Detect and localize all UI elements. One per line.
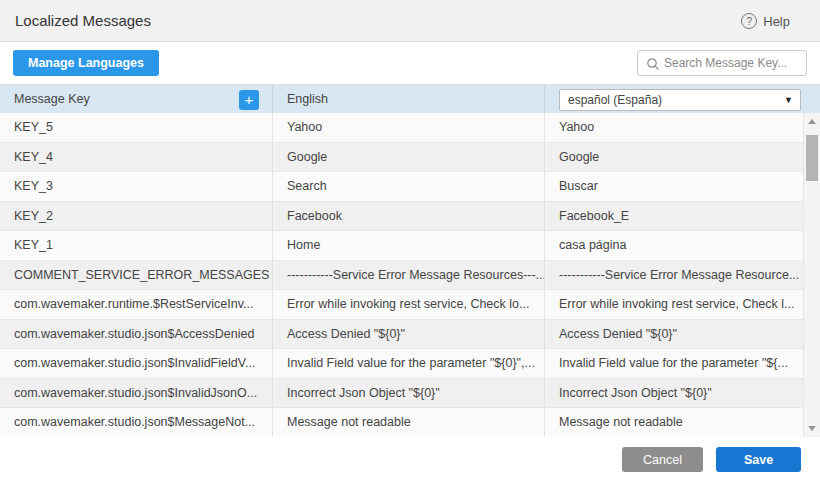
language-select-value: español (España) [568, 93, 662, 107]
cell-key[interactable]: com.wavemaker.studio.json$InvalidFieldV.… [0, 349, 272, 379]
cell-key[interactable]: com.wavemaker.studio.json$AccessDenied [0, 320, 272, 350]
cell-spanish[interactable]: Access Denied "${0}" [544, 320, 803, 350]
help-label: Help [763, 14, 790, 29]
cell-spanish[interactable]: Error while invoking rest service, Check… [544, 290, 803, 320]
table-row: COMMENT_SERVICE_ERROR_MESSAGES----------… [0, 261, 803, 291]
cell-spanish[interactable]: Message not readable [544, 408, 803, 437]
title-bar: Localized Messages ? Help [0, 0, 820, 42]
table-row: KEY_3SearchBuscar [0, 172, 803, 202]
scrollbar-up-icon[interactable] [804, 113, 820, 130]
cell-spanish[interactable]: Google [544, 143, 803, 173]
cell-english[interactable]: Yahoo [272, 113, 544, 143]
cell-spanish[interactable]: Invalid Field value for the parameter "$… [544, 349, 803, 379]
cell-english[interactable]: Facebook [272, 202, 544, 232]
cell-spanish[interactable]: casa página [544, 231, 803, 261]
table-row: com.wavemaker.studio.json$InvalidFieldV.… [0, 349, 803, 379]
cell-key[interactable]: com.wavemaker.runtime.$RestServiceInv... [0, 290, 272, 320]
question-circle-icon: ? [741, 13, 757, 29]
cell-key[interactable]: com.wavemaker.studio.json$MessageNot... [0, 408, 272, 437]
search-icon [646, 57, 660, 71]
search-box [637, 50, 807, 76]
cell-key[interactable]: KEY_3 [0, 172, 272, 202]
table-row: com.wavemaker.runtime.$RestServiceInv...… [0, 290, 803, 320]
scrollbar-down-icon[interactable] [804, 420, 820, 437]
help-link[interactable]: ? Help [741, 0, 790, 42]
cell-spanish[interactable]: -----------Service Error Message Resourc… [544, 261, 803, 291]
cell-key[interactable]: KEY_2 [0, 202, 272, 232]
cell-spanish[interactable]: Incorrect Json Object "${0}" [544, 379, 803, 409]
table-row: com.wavemaker.studio.json$MessageNot...M… [0, 408, 803, 437]
footer: Cancel Save [0, 437, 820, 487]
cell-english[interactable]: Message not readable [272, 408, 544, 437]
table-row: KEY_2FacebookFacebook_E [0, 202, 803, 232]
cell-key[interactable]: COMMENT_SERVICE_ERROR_MESSAGES [0, 261, 272, 291]
plus-icon[interactable]: + [239, 90, 259, 110]
page-title: Localized Messages [15, 0, 151, 42]
column-header-english: English [272, 85, 544, 114]
search-input[interactable] [664, 51, 804, 75]
cell-english[interactable]: Incorrect Json Object "${0}" [272, 379, 544, 409]
table-row: com.wavemaker.studio.json$AccessDeniedAc… [0, 320, 803, 350]
cell-key[interactable]: KEY_4 [0, 143, 272, 173]
cell-key[interactable]: KEY_1 [0, 231, 272, 261]
cell-english[interactable]: Error while invoking rest service, Check… [272, 290, 544, 320]
save-button[interactable]: Save [716, 447, 801, 472]
language-select[interactable]: español (España) ▼ [559, 89, 801, 111]
cancel-button[interactable]: Cancel [622, 447, 703, 472]
table-row: com.wavemaker.studio.json$InvalidJsonO..… [0, 379, 803, 409]
cell-english[interactable]: Home [272, 231, 544, 261]
cell-key[interactable]: com.wavemaker.studio.json$InvalidJsonO..… [0, 379, 272, 409]
toolbar: Manage Languages [0, 43, 820, 84]
cell-english[interactable]: Invalid Field value for the parameter "$… [272, 349, 544, 379]
cell-english[interactable]: -----------Service Error Message Resourc… [272, 261, 544, 291]
cell-key[interactable]: KEY_5 [0, 113, 272, 143]
scrollbar-thumb[interactable] [806, 135, 818, 181]
cell-english[interactable]: Search [272, 172, 544, 202]
table-body: KEY_5YahooYahooKEY_4GoogleGoogleKEY_3Sea… [0, 113, 803, 437]
chevron-down-icon: ▼ [784, 90, 793, 110]
cell-spanish[interactable]: Facebook_E [544, 202, 803, 232]
table-row: KEY_1Homecasa página [0, 231, 803, 261]
column-header-language: español (España) ▼ [544, 85, 820, 114]
cell-spanish[interactable]: Buscar [544, 172, 803, 202]
table-row: KEY_4GoogleGoogle [0, 143, 803, 173]
cell-english[interactable]: Access Denied "${0}" [272, 320, 544, 350]
vertical-scrollbar[interactable] [803, 113, 820, 437]
localized-messages-dialog: Localized Messages ? Help Manage Languag… [0, 0, 820, 487]
manage-languages-button[interactable]: Manage Languages [13, 50, 159, 76]
table-row: KEY_5YahooYahoo [0, 113, 803, 143]
column-header-message-key: Message Key + [0, 85, 272, 114]
cell-spanish[interactable]: Yahoo [544, 113, 803, 143]
cell-english[interactable]: Google [272, 143, 544, 173]
table-header: Message Key + English español (España) ▼ [0, 84, 820, 113]
